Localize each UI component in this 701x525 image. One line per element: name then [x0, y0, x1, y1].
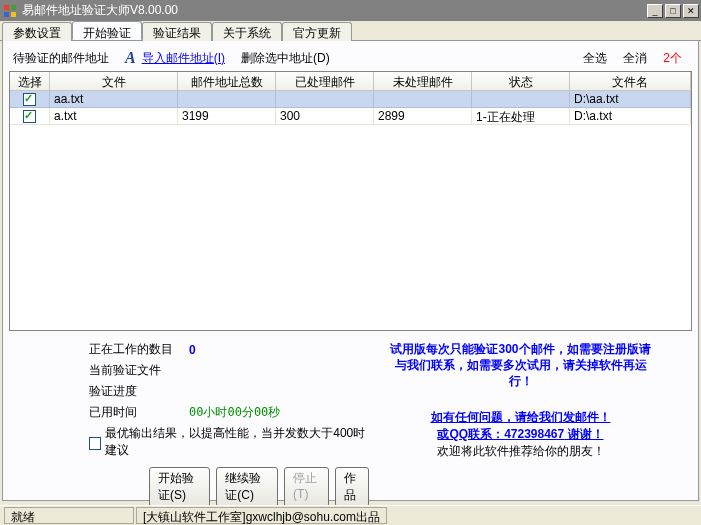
cell-file: aa.txt — [50, 91, 178, 108]
header-file[interactable]: 文件 — [50, 72, 178, 90]
deselect-all[interactable]: 全消 — [623, 50, 647, 67]
row-checkbox[interactable] — [23, 110, 36, 123]
tab-params[interactable]: 参数设置 — [2, 22, 72, 41]
grid-header: 选择 文件 邮件地址总数 已处理邮件 未处理邮件 状态 文件名 — [10, 72, 691, 91]
table-row[interactable]: aa.txtD:\aa.txt — [10, 91, 691, 108]
current-file-label: 当前验证文件 — [89, 362, 189, 379]
file-grid: 选择 文件 邮件地址总数 已处理邮件 未处理邮件 状态 文件名 aa.txtD:… — [9, 71, 692, 331]
grid-body: aa.txtD:\aa.txta.txt319930028991-正在处理D:\… — [10, 91, 691, 125]
status-panel: 正在工作的数目 0 当前验证文件 验证进度 已用时间 00小时00分00秒 最优… — [9, 341, 692, 507]
delete-link[interactable]: 删除选中地址(D) — [241, 50, 330, 67]
work-button[interactable]: 作品 — [335, 467, 369, 507]
svg-rect-1 — [11, 5, 16, 10]
header-status[interactable]: 状态 — [472, 72, 570, 90]
cell-filename: D:\aa.txt — [570, 91, 691, 108]
cell-unprocessed: 2899 — [374, 108, 472, 125]
select-all[interactable]: 全选 — [583, 50, 607, 67]
working-count-value: 0 — [189, 343, 196, 357]
cell-file: a.txt — [50, 108, 178, 125]
trial-message: 试用版每次只能验证300个邮件，如需要注册版请与我们联系，如需要多次试用，请关掉… — [389, 341, 652, 389]
status-credit: [大镇山软件工作室]gxwclhjb@sohu.com出品 — [136, 507, 387, 524]
recommend-text: 欢迎将此软件推荐给你的朋友！ — [389, 443, 652, 460]
svg-rect-0 — [4, 5, 9, 10]
header-processed[interactable]: 已处理邮件 — [276, 72, 374, 90]
svg-rect-2 — [4, 12, 9, 17]
pending-label: 待验证的邮件地址 — [13, 50, 109, 67]
content-panel: 待验证的邮件地址 A 导入邮件地址(I) 删除选中地址(D) 全选 全消 2个 … — [2, 41, 699, 501]
import-link[interactable]: 导入邮件地址(I) — [142, 50, 225, 67]
qq-contact-link[interactable]: 或QQ联系：472398467 谢谢！ — [437, 427, 603, 441]
header-select[interactable]: 选择 — [10, 72, 50, 90]
stop-button[interactable]: 停止(T) — [284, 467, 329, 507]
app-icon — [2, 3, 18, 19]
minimize-button[interactable]: _ — [647, 4, 663, 18]
import-icon: A — [125, 49, 136, 67]
progress-label: 验证进度 — [89, 383, 189, 400]
table-row[interactable]: a.txt319930028991-正在处理D:\a.txt — [10, 108, 691, 125]
statusbar: 就绪 [大镇山软件工作室]gxwclhjb@sohu.com出品 — [0, 505, 701, 525]
cell-total — [178, 91, 276, 108]
optimize-checkbox[interactable] — [89, 437, 101, 450]
header-unprocessed[interactable]: 未处理邮件 — [374, 72, 472, 90]
toolbar: 待验证的邮件地址 A 导入邮件地址(I) 删除选中地址(D) 全选 全消 2个 — [9, 47, 692, 69]
cell-filename: D:\a.txt — [570, 108, 691, 125]
row-checkbox[interactable] — [23, 93, 36, 106]
window-title: 易邮件地址验证大师V8.00.00 — [22, 2, 645, 19]
cell-processed: 300 — [276, 108, 374, 125]
tab-bar: 参数设置 开始验证 验证结果 关于系统 官方更新 — [0, 21, 701, 41]
optimize-label: 最优输出结果，以提高性能，当并发数大于400时建议 — [105, 425, 369, 459]
cell-status — [472, 91, 570, 108]
time-label: 已用时间 — [89, 404, 189, 421]
working-count-label: 正在工作的数目 — [89, 341, 189, 358]
tab-results[interactable]: 验证结果 — [142, 22, 212, 41]
time-value: 00小时00分00秒 — [189, 404, 280, 421]
svg-rect-3 — [11, 12, 16, 17]
cell-total: 3199 — [178, 108, 276, 125]
tab-update[interactable]: 官方更新 — [282, 22, 352, 41]
start-button[interactable]: 开始验证(S) — [149, 467, 210, 507]
close-button[interactable]: ✕ — [683, 4, 699, 18]
cell-status: 1-正在处理 — [472, 108, 570, 125]
continue-button[interactable]: 继续验证(C) — [216, 467, 278, 507]
maximize-button[interactable]: □ — [665, 4, 681, 18]
header-total[interactable]: 邮件地址总数 — [178, 72, 276, 90]
status-ready: 就绪 — [4, 507, 134, 524]
header-filename[interactable]: 文件名 — [570, 72, 691, 90]
tab-about[interactable]: 关于系统 — [212, 22, 282, 41]
tab-start[interactable]: 开始验证 — [72, 21, 142, 40]
cell-processed — [276, 91, 374, 108]
count-label: 2个 — [663, 50, 682, 67]
cell-unprocessed — [374, 91, 472, 108]
titlebar: 易邮件地址验证大师V8.00.00 _ □ ✕ — [0, 0, 701, 21]
email-contact-link[interactable]: 如有任何问题，请给我们发邮件！ — [431, 410, 611, 424]
